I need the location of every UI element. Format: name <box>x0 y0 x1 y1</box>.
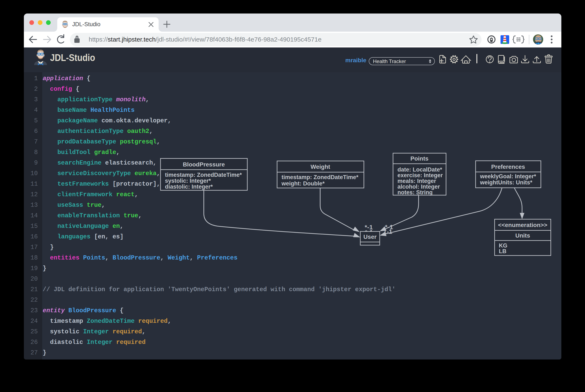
svg-text:<<enumeration>>: <<enumeration>> <box>498 222 547 228</box>
svg-text:systolic: Integer*: systolic: Integer* <box>165 178 211 184</box>
svg-text:weightUnits: Units*: weightUnits: Units* <box>480 179 532 186</box>
svg-text:Preferences: Preferences <box>491 164 525 170</box>
svg-text:exercise: Integer: exercise: Integer <box>397 172 443 178</box>
svg-text:alcohol: Integer: alcohol: Integer <box>397 184 440 190</box>
svg-text:User: User <box>364 234 377 240</box>
svg-text:meals: Integer: meals: Integer <box>397 178 436 184</box>
svg-text:timestamp: ZonedDateTime*: timestamp: ZonedDateTime* <box>165 172 242 178</box>
svg-text:LB: LB <box>499 248 506 254</box>
svg-text:diastolic: Integer*: diastolic: Integer* <box>165 184 213 190</box>
svg-text:Points: Points <box>410 155 429 162</box>
svg-text:Units: Units <box>515 232 530 239</box>
svg-text:notes: String: notes: String <box>397 189 433 196</box>
svg-text:timestamp: ZonedDateTime*: timestamp: ZonedDateTime* <box>281 174 359 180</box>
svg-text:KG: KG <box>499 242 507 249</box>
svg-text:weight: Double*: weight: Double* <box>281 180 325 187</box>
svg-text:weeklyGoal: Integer*: weeklyGoal: Integer* <box>480 173 536 180</box>
svg-text:Weight: Weight <box>311 164 330 170</box>
svg-text:date: LocalDate*: date: LocalDate* <box>397 166 442 173</box>
svg-text:BloodPressure: BloodPressure <box>183 161 225 168</box>
